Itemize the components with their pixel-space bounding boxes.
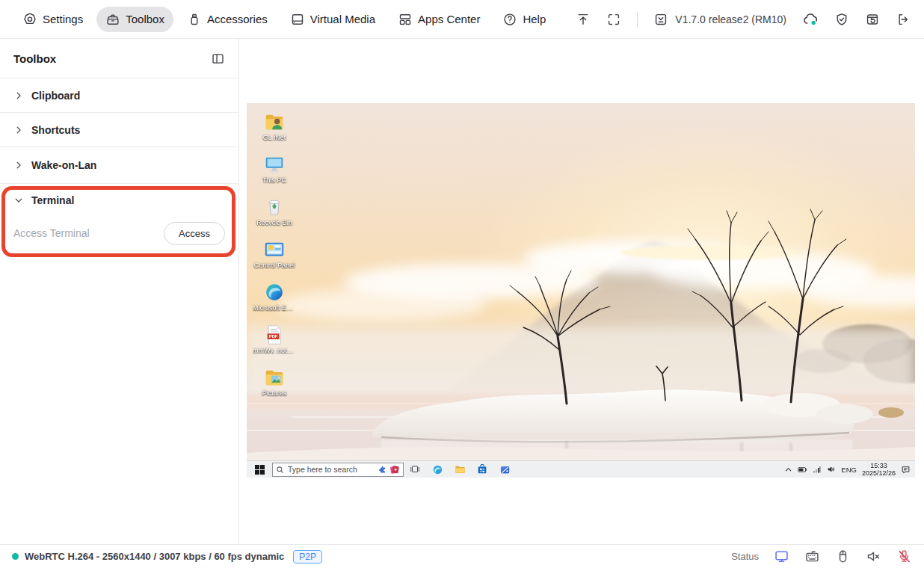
desktop-icon-recycle-bin[interactable]: Recycle Bin: [253, 196, 296, 233]
desktop-icon-pictures-folder[interactable]: Pictures: [253, 366, 296, 404]
power-battery-icon[interactable]: [798, 466, 807, 474]
chevron-right-icon: [13, 160, 24, 170]
sidebar-section-terminal[interactable]: Terminal: [0, 184, 238, 217]
terminal-access-row: Access Terminal Access: [0, 217, 238, 250]
taskbar-app-icons: [404, 461, 516, 478]
desktop-icon-microsoft-edge[interactable]: Microsoft Edge: [253, 281, 296, 318]
mail-taskbar-button[interactable]: [493, 461, 516, 478]
edge-taskbar-button[interactable]: [426, 461, 449, 478]
language-indicator[interactable]: ENG: [841, 466, 857, 474]
start-button[interactable]: [247, 461, 272, 478]
access-terminal-button[interactable]: Access: [164, 222, 225, 245]
desktop-icon-label: Control Panel: [253, 262, 296, 269]
desktop-icon-pdf-file[interactable]: PDF mmWy_notes..: [253, 324, 296, 361]
microphone-muted-icon[interactable]: [896, 549, 912, 564]
accessories-icon: [187, 12, 202, 27]
topbar-tab-help[interactable]: Help: [493, 7, 555, 32]
chevron-right-icon: [13, 90, 24, 101]
speaker-muted-icon[interactable]: [866, 549, 881, 564]
topbar-tab-virtual-media[interactable]: Virtual Media: [281, 7, 384, 32]
sidebar-section-clipboard[interactable]: Clipboard: [0, 78, 238, 113]
monitor-status-icon[interactable]: [774, 549, 789, 564]
toolbox-icon: [105, 12, 120, 27]
desktop-icon-label: Microsoft Edge: [253, 304, 296, 312]
chevron-right-icon: [13, 125, 24, 135]
task-view-button[interactable]: [404, 461, 426, 478]
sidebar-section-wake-on-lan[interactable]: Wake-on-Lan: [0, 147, 238, 184]
device-reboot-icon[interactable]: [865, 12, 880, 27]
desktop-icon-label: mmWy_notes..: [253, 347, 296, 354]
connection-info: WebRTC H.264 - 2560x1440 / 3007 kbps / 6…: [25, 551, 284, 562]
section-label: Wake-on-Lan: [31, 159, 96, 171]
chevron-down-icon: [13, 195, 24, 206]
sidebar-title: Toolbox: [13, 52, 56, 65]
sidebar-header: Toolbox: [0, 39, 238, 78]
topbar: Settings Toolbox Accessories: [0, 0, 924, 39]
firmware-version: V1.7.0 release2 (RM10): [653, 12, 786, 27]
collapse-toolbar-icon[interactable]: [576, 12, 591, 27]
status-label: Status: [731, 551, 759, 562]
p2p-badge: P2P: [293, 550, 322, 564]
desktop-icon-user-folder[interactable]: GL.iNet: [253, 111, 296, 148]
topbar-tab-label: Settings: [43, 13, 83, 25]
apps-center-icon: [398, 12, 413, 27]
winter-lake-wallpaper: [247, 103, 915, 460]
taskbar-search[interactable]: Type here to search: [272, 463, 404, 477]
clock-time: 15:33: [870, 462, 887, 469]
cloud-status-icon[interactable]: [802, 11, 819, 28]
connection-active-dot: [12, 553, 19, 560]
network-signal-icon[interactable]: [813, 466, 822, 474]
version-text: V1.7.0 release2 (RM10): [675, 13, 786, 25]
search-placeholder: Type here to search: [288, 465, 374, 474]
topbar-tab-toolbox[interactable]: Toolbox: [96, 7, 173, 32]
topbar-tab-accessories[interactable]: Accessories: [178, 7, 277, 32]
topbar-tab-label: Accessories: [207, 13, 268, 25]
topbar-actions: V1.7.0 release2 (RM10): [576, 11, 911, 28]
sidebar-section-shortcuts[interactable]: Shortcuts: [0, 113, 238, 147]
desktop-icon-this-pc[interactable]: This PC: [253, 153, 296, 191]
desktop-icon-label: GL.iNet: [253, 134, 296, 141]
section-label: Terminal: [31, 194, 74, 206]
photos-highlight-icon: [389, 464, 400, 475]
fullscreen-icon[interactable]: [606, 12, 621, 27]
topbar-tab-label: Apps Center: [418, 13, 480, 25]
topbar-tab-label: Help: [523, 13, 546, 25]
toolbox-sidebar: Toolbox Clipboard Shortcuts Wake-on-Lan …: [0, 39, 239, 544]
access-terminal-label: Access Terminal: [13, 227, 90, 239]
remote-desktop-viewport[interactable]: GL.iNet This PC: [247, 103, 915, 478]
system-tray: ENG 15:33 2025/12/26: [784, 462, 915, 477]
clock-date: 2025/12/26: [862, 469, 896, 477]
microsoft-store-icon: [477, 464, 487, 475]
tray-expand-icon[interactable]: [784, 466, 792, 474]
windows-logo-icon: [255, 465, 265, 475]
desktop-icon-label: Recycle Bin: [253, 219, 296, 226]
logout-icon[interactable]: [896, 12, 911, 27]
tray-volume-icon[interactable]: [827, 465, 836, 474]
desktop-icon-label: Pictures: [253, 389, 296, 397]
topbar-tab-label: Virtual Media: [310, 13, 375, 25]
taskbar-clock[interactable]: 15:33 2025/12/26: [862, 462, 896, 477]
desktop-icon-control-panel[interactable]: Control Panel: [253, 238, 296, 276]
svg-text:PDF: PDF: [269, 334, 278, 339]
keyboard-status-icon[interactable]: [804, 549, 820, 564]
security-shield-icon[interactable]: [834, 12, 849, 27]
file-explorer-button[interactable]: [449, 461, 471, 478]
main-area: GL.iNet This PC: [239, 39, 924, 544]
windows-taskbar: Type here to search: [247, 460, 915, 478]
connection-statusbar: WebRTC H.264 - 2560x1440 / 3007 kbps / 6…: [0, 544, 924, 568]
status-icons-group: Status: [731, 549, 912, 564]
topbar-tab-settings[interactable]: Settings: [13, 7, 92, 32]
topbar-tab-apps-center[interactable]: Apps Center: [389, 7, 489, 32]
firmware-update-icon[interactable]: [653, 12, 668, 27]
help-icon: [502, 12, 517, 27]
remote-wallpaper: GL.iNet This PC: [247, 103, 915, 460]
action-center-icon[interactable]: [901, 465, 911, 475]
mail-icon: [499, 464, 511, 475]
topbar-nav: Settings Toolbox Accessories: [13, 7, 555, 32]
mouse-status-icon[interactable]: [835, 549, 851, 564]
puzzle-highlight-icon: [378, 465, 387, 475]
virtual-media-icon: [290, 12, 305, 27]
microsoft-store-button[interactable]: [471, 461, 493, 478]
collapse-panel-icon[interactable]: [211, 52, 225, 66]
edge-icon: [432, 464, 443, 475]
